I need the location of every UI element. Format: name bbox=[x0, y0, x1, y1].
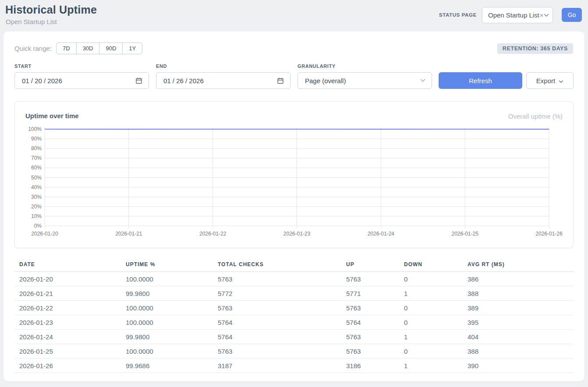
refresh-button[interactable]: Refresh bbox=[439, 72, 522, 89]
svg-text:2026-01-25: 2026-01-25 bbox=[451, 231, 478, 237]
chevron-down-icon bbox=[420, 79, 425, 82]
go-button[interactable]: Go bbox=[562, 8, 582, 22]
granularity-label: GRANULARITY bbox=[298, 63, 336, 69]
status-page-label: STATUS PAGE bbox=[439, 12, 477, 18]
table-cell: 0 bbox=[399, 315, 463, 330]
quick-range-group: 7D30D90D1Y bbox=[56, 42, 142, 54]
table-cell: 2026-01-23 bbox=[14, 315, 121, 330]
table-cell: 404 bbox=[463, 330, 574, 344]
table-cell: 389 bbox=[463, 301, 574, 315]
svg-text:2026-01-23: 2026-01-23 bbox=[283, 231, 311, 237]
table-cell: 3187 bbox=[213, 359, 341, 373]
table-cell: 0 bbox=[399, 272, 463, 286]
table-cell: 2026-01-26 bbox=[14, 359, 121, 373]
table-cell: 1 bbox=[399, 330, 463, 344]
table-cell: 2026-01-21 bbox=[14, 286, 121, 301]
table-row: 2026-01-23100.0000576457640395 bbox=[14, 315, 574, 330]
calendar-icon[interactable] bbox=[135, 77, 142, 84]
end-date-value: 01 / 26 / 2026 bbox=[163, 77, 204, 84]
start-date-value: 01 / 20 / 2026 bbox=[22, 77, 62, 84]
chevron-down-icon bbox=[559, 77, 563, 84]
table-cell: 100.0000 bbox=[121, 344, 213, 359]
svg-text:20%: 20% bbox=[31, 204, 42, 210]
column-header: AVG RT (MS) bbox=[463, 259, 574, 272]
quick-range-7d-button[interactable]: 7D bbox=[56, 42, 77, 54]
table-row: 2026-01-2199.9800577257711388 bbox=[14, 286, 574, 301]
quick-range-30d-button[interactable]: 30D bbox=[76, 42, 100, 54]
table-cell: 386 bbox=[463, 272, 574, 286]
table-cell: 2026-01-25 bbox=[14, 344, 121, 359]
column-header: DOWN bbox=[399, 259, 463, 272]
table-row: 2026-01-2699.9686318731861390 bbox=[14, 359, 574, 373]
granularity-select[interactable]: Page (overall) bbox=[298, 72, 432, 89]
quick-range-label: Quick range: bbox=[14, 45, 52, 52]
start-date-input[interactable]: 01 / 20 / 2026 bbox=[14, 72, 149, 89]
table-cell: 99.9686 bbox=[121, 359, 213, 373]
page-subtitle: Open Startup List bbox=[6, 18, 57, 25]
table-cell: 1 bbox=[399, 286, 463, 301]
table-cell: 0 bbox=[399, 344, 463, 359]
quick-range-90d-button[interactable]: 90D bbox=[99, 42, 123, 54]
column-header: UPTIME % bbox=[121, 259, 213, 272]
table-cell: 388 bbox=[463, 286, 574, 301]
svg-text:40%: 40% bbox=[31, 184, 42, 190]
table-row: 2026-01-22100.0000576357630389 bbox=[14, 301, 574, 315]
svg-text:80%: 80% bbox=[31, 145, 42, 151]
table-cell: 3186 bbox=[341, 359, 399, 373]
quick-range-1y-button[interactable]: 1Y bbox=[122, 42, 142, 54]
chevron-down-icon bbox=[544, 14, 549, 17]
svg-text:10%: 10% bbox=[31, 213, 42, 219]
chart-legend-series: Overall uptime (%) bbox=[508, 113, 563, 120]
svg-text:0%: 0% bbox=[34, 223, 42, 229]
table-cell: 5763 bbox=[341, 301, 399, 315]
svg-text:60%: 60% bbox=[31, 165, 42, 171]
retention-badge: RETENTION: 365 DAYS bbox=[497, 43, 573, 54]
end-date-label: END bbox=[156, 63, 167, 69]
status-page-select[interactable]: Open Startup List× bbox=[482, 7, 553, 23]
svg-text:2026-01-26: 2026-01-26 bbox=[535, 231, 563, 237]
end-date-input[interactable]: 01 / 26 / 2026 bbox=[156, 72, 290, 89]
table-cell: 5763 bbox=[341, 330, 399, 344]
svg-text:50%: 50% bbox=[31, 175, 42, 181]
table-cell: 5772 bbox=[213, 286, 341, 301]
column-header: DATE bbox=[14, 259, 121, 272]
svg-text:2026-01-21: 2026-01-21 bbox=[115, 231, 142, 237]
uptime-table: DATEUPTIME %TOTAL CHECKSUPDOWNAVG RT (MS… bbox=[14, 259, 574, 373]
uptime-line-chart: 0%10%20%30%40%50%60%70%80%90%100%2026-01… bbox=[22, 125, 567, 240]
table-cell: 100.0000 bbox=[121, 301, 213, 315]
table-cell: 5763 bbox=[213, 272, 341, 286]
calendar-icon[interactable] bbox=[277, 77, 284, 84]
table-cell: 5764 bbox=[341, 315, 399, 330]
export-button[interactable]: Export bbox=[526, 72, 574, 89]
table-cell: 5763 bbox=[341, 344, 399, 359]
table-cell: 388 bbox=[463, 344, 574, 359]
clear-selection-icon[interactable]: × bbox=[540, 11, 544, 19]
table-cell: 0 bbox=[399, 301, 463, 315]
table-cell: 1 bbox=[399, 359, 463, 373]
status-page-selected-value: Open Startup List bbox=[488, 11, 539, 19]
table-cell: 99.9800 bbox=[121, 330, 213, 344]
page-title: Historical Uptime bbox=[5, 4, 97, 16]
svg-text:100%: 100% bbox=[28, 126, 42, 132]
svg-text:90%: 90% bbox=[31, 136, 42, 142]
svg-text:30%: 30% bbox=[31, 194, 42, 200]
table-cell: 5763 bbox=[213, 301, 341, 315]
chart-title: Uptime over time bbox=[25, 112, 79, 120]
table-row: 2026-01-20100.0000576357630386 bbox=[14, 272, 574, 286]
table-cell: 2026-01-24 bbox=[14, 330, 121, 344]
table-cell: 99.9800 bbox=[121, 286, 213, 301]
table-cell: 5764 bbox=[213, 330, 341, 344]
table-cell: 5763 bbox=[341, 272, 399, 286]
granularity-selected-value: Page (overall) bbox=[305, 77, 346, 84]
table-row: 2026-01-2499.9800576457631404 bbox=[14, 330, 574, 344]
table-cell: 390 bbox=[463, 359, 574, 373]
export-button-label: Export bbox=[536, 77, 555, 84]
table-row: 2026-01-25100.0000576357630388 bbox=[14, 344, 574, 359]
table-cell: 5763 bbox=[213, 344, 341, 359]
table-cell: 2026-01-22 bbox=[14, 301, 121, 315]
table-cell: 100.0000 bbox=[121, 315, 213, 330]
table-cell: 395 bbox=[463, 315, 574, 330]
table-cell: 2026-01-20 bbox=[14, 272, 121, 286]
table-cell: 5771 bbox=[341, 286, 399, 301]
table-header-row: DATEUPTIME %TOTAL CHECKSUPDOWNAVG RT (MS… bbox=[14, 259, 574, 272]
